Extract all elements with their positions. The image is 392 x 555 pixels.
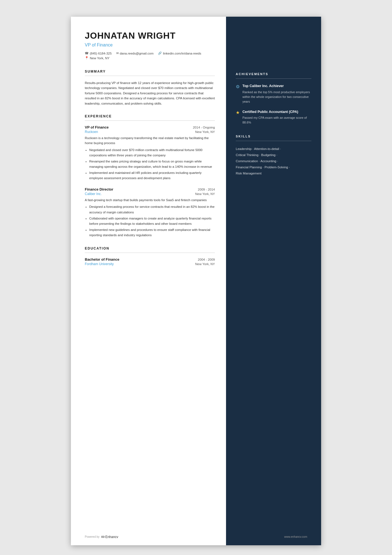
- resume-header: JOHNATAN WRIGHT VP of Finance ☎ (845) 61…: [85, 31, 215, 60]
- achievements-title: ACHIEVEMENTS: [236, 72, 311, 76]
- exp-sub-2: Caliber Inc. New York, NY: [85, 192, 215, 196]
- location-icon: 📍: [85, 56, 89, 60]
- resume-container: JOHNATAN WRIGHT VP of Finance ☎ (845) 61…: [71, 17, 321, 545]
- education-divider: [85, 253, 215, 253]
- exp-location-1: New York, NY: [195, 130, 215, 134]
- gear-icon: ⚙: [236, 84, 240, 104]
- location-text: New York, NY: [90, 56, 110, 60]
- exp-sub-1: Ruckoen New York, NY: [85, 130, 215, 134]
- exp-bullets-1: Negotiated and closed over $70 million c…: [85, 147, 215, 181]
- skills-title: SKILLS: [236, 135, 311, 138]
- bullet-item: Collaborated with operation managers to …: [89, 216, 215, 227]
- logo-text: Enhancv: [105, 535, 118, 539]
- exp-role-2: Finance Director: [85, 187, 113, 191]
- exp-role-1: VP of Finance: [85, 125, 109, 129]
- skills-divider: [236, 141, 311, 141]
- bullet-item: Negotiated and closed over $70 million c…: [89, 147, 215, 158]
- summary-divider: [85, 76, 215, 76]
- edu-sub-1: Fordham University New York, NY: [85, 262, 215, 266]
- exp-dates-2: 2009 - 2014: [198, 188, 215, 191]
- right-sidebar: ACHIEVEMENTS ⚙ Top Caliber Inc. Achiever…: [226, 17, 321, 545]
- powered-by-text: Powered by: [85, 535, 100, 538]
- achievement-title-2: Certified Public Accountant (CPA): [242, 110, 311, 115]
- bullet-item: Implemented and maintained all HR polici…: [89, 170, 215, 181]
- exp-entry-1: VP of Finance 2014 - Ongoing Ruckoen New…: [85, 125, 215, 181]
- phone-icon: ☎: [85, 51, 89, 55]
- candidate-name: JOHNATAN WRIGHT: [85, 31, 215, 41]
- exp-desc-2: A fast-growing tech startup that builds …: [85, 198, 215, 203]
- email-icon: ✉: [116, 51, 119, 55]
- education-title: EDUCATION: [85, 246, 215, 250]
- logo-infinity-icon: ∞: [101, 534, 105, 540]
- summary-text: Results-producing VP of finance with 12 …: [85, 80, 215, 106]
- edu-school-1: Fordham University: [85, 262, 114, 266]
- experience-section: EXPERIENCE VP of Finance 2014 - Ongoing …: [85, 114, 215, 238]
- edu-dates-1: 2004 - 2009: [198, 258, 215, 261]
- left-column: JOHNATAN WRIGHT VP of Finance ☎ (845) 61…: [71, 17, 226, 545]
- edu-location-1: New York, NY: [195, 262, 215, 266]
- achievements-section: ACHIEVEMENTS ⚙ Top Caliber Inc. Achiever…: [236, 72, 311, 125]
- bullet-item: Designed a forecasting process for servi…: [89, 204, 215, 215]
- achievement-content-2: Certified Public Accountant (CPA) Passed…: [242, 110, 311, 125]
- skills-text: Leadership · Attention-to-detail · Criti…: [236, 146, 311, 176]
- bullet-item: Revamped the sales pricing strategy and …: [89, 159, 215, 170]
- star-icon: ★: [236, 110, 240, 125]
- email-contact: ✉ dana.reeds@gmail.com: [116, 51, 154, 55]
- achievement-desc-1: Ranked as the top 5% most productive emp…: [242, 90, 311, 104]
- achievements-divider: [236, 78, 311, 79]
- resume-footer: Powered by ∞ Enhancv www.enhancv.com: [71, 534, 321, 540]
- skills-line-2: Critical Thinking · Budgeting ·: [236, 152, 311, 158]
- edu-degree-1: Bachelor of Finance: [85, 257, 119, 262]
- job-title: VP of Finance: [85, 43, 215, 48]
- exp-header-1: VP of Finance 2014 - Ongoing: [85, 125, 215, 129]
- achievement-item-2: ★ Certified Public Accountant (CPA) Pass…: [236, 110, 311, 125]
- achievement-title-1: Top Caliber Inc. Achiever: [242, 84, 311, 89]
- skills-section: SKILLS Leadership · Attention-to-detail …: [236, 135, 311, 176]
- exp-dates-1: 2014 - Ongoing: [193, 126, 215, 129]
- exp-company-2: Caliber Inc.: [85, 192, 102, 196]
- email-text: dana.reeds@gmail.com: [120, 52, 154, 55]
- achievement-content-1: Top Caliber Inc. Achiever Ranked as the …: [242, 84, 311, 104]
- footer-left: Powered by ∞ Enhancv: [85, 534, 118, 540]
- achievement-desc-2: Passed my CPA exam with an average score…: [242, 115, 311, 125]
- exp-desc-1: Ruckoen is a technology company transfor…: [85, 135, 215, 146]
- bullet-item: Implemented new guidelines and procedure…: [89, 227, 215, 238]
- exp-company-1: Ruckoen: [85, 130, 98, 134]
- experience-title: EXPERIENCE: [85, 114, 215, 118]
- achievement-item-1: ⚙ Top Caliber Inc. Achiever Ranked as th…: [236, 84, 311, 104]
- edu-header-1: Bachelor of Finance 2004 - 2009: [85, 257, 215, 262]
- contact-row-1: ☎ (845) 6184-325 ✉ dana.reeds@gmail.com …: [85, 51, 215, 55]
- exp-location-2: New York, NY: [195, 192, 215, 196]
- phone-text: (845) 6184-325: [90, 52, 112, 55]
- contact-row-2: 📍 New York, NY: [85, 56, 215, 60]
- exp-bullets-2: Designed a forecasting process for servi…: [85, 204, 215, 238]
- phone-contact: ☎ (845) 6184-325: [85, 51, 112, 55]
- linkedin-contact: 🔗 linkedin.com/in/dana-reeds: [158, 51, 201, 55]
- edu-entry-1: Bachelor of Finance 2004 - 2009 Fordham …: [85, 257, 215, 266]
- exp-entry-2: Finance Director 2009 - 2014 Caliber Inc…: [85, 187, 215, 238]
- summary-title: SUMMARY: [85, 70, 215, 73]
- linkedin-text: linkedin.com/in/dana-reeds: [163, 52, 201, 55]
- skills-line-3: Communication · Accounting ·: [236, 158, 311, 164]
- skills-line-1: Leadership · Attention-to-detail ·: [236, 146, 311, 152]
- skills-line-5: Risk Management: [236, 171, 311, 177]
- enhancv-logo: ∞ Enhancv: [101, 534, 118, 540]
- skills-line-4: Financial Planning · Problem-Solving ·: [236, 164, 311, 171]
- exp-header-2: Finance Director 2009 - 2014: [85, 187, 215, 191]
- link-icon: 🔗: [158, 51, 162, 55]
- footer-website: www.enhancv.com: [284, 535, 307, 538]
- experience-divider: [85, 120, 215, 121]
- education-section: EDUCATION Bachelor of Finance 2004 - 200…: [85, 246, 215, 266]
- summary-section: SUMMARY Results-producing VP of finance …: [85, 70, 215, 106]
